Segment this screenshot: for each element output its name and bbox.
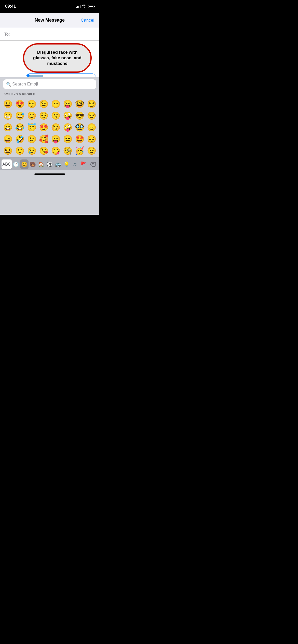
emoji-cell[interactable]: 🤪 [62, 110, 73, 121]
emoji-cell[interactable]: 😎 [74, 110, 85, 121]
food-icon[interactable]: 🏠 [37, 159, 45, 169]
abc-button[interactable]: ABC [2, 159, 12, 169]
emoji-cell[interactable]: 😛 [50, 133, 61, 144]
emoji-cell[interactable]: 😑 [62, 133, 73, 144]
emoji-search-input-container[interactable]: 🔍 Search Emoji [3, 79, 96, 89]
emoji-cell[interactable]: 😏 [86, 98, 97, 109]
delete-button[interactable] [88, 159, 98, 169]
flags-icon[interactable]: 🚩 [79, 159, 88, 169]
emoji-cell[interactable]: 😟 [86, 145, 97, 156]
emoji-cell[interactable]: 😊 [26, 110, 37, 121]
emoji-cell[interactable]: 😋 [50, 145, 61, 156]
emoji-cell[interactable]: 😞 [86, 122, 97, 133]
status-bar: 09:41 [0, 0, 99, 13]
emoji-icon[interactable]: 😊 [20, 159, 29, 169]
emoji-cell[interactable]: 😍 [38, 122, 49, 133]
cancel-button[interactable]: Cancel [81, 18, 94, 23]
emoji-cell[interactable]: 😢 [26, 145, 37, 156]
emoji-cell[interactable]: 🧐 [62, 145, 73, 156]
emoji-cell[interactable]: 🥰 [38, 133, 49, 144]
emoji-cell[interactable]: 😂 [14, 122, 25, 133]
speech-bubble: Disguised face with glasses, fake nose, … [23, 43, 92, 73]
emoji-cell[interactable]: 😌 [38, 110, 49, 121]
emoji-category-label: SMILEYS & PEOPLE [0, 91, 99, 97]
speech-bubble-container: Disguised face with glasses, fake nose, … [23, 43, 92, 73]
emoji-cell[interactable]: 😘 [38, 145, 49, 156]
status-time: 09:41 [5, 4, 16, 9]
resize-handle-top[interactable] [26, 74, 30, 77]
emoji-cell[interactable]: 😆 [2, 145, 13, 156]
emoji-cell[interactable]: 🤩 [74, 133, 85, 144]
emoji-cell[interactable]: 😶 [50, 98, 61, 109]
emoji-cell[interactable]: 😉 [38, 98, 49, 109]
emoji-search-area: 🔍 Search Emoji [0, 77, 99, 91]
battery-icon [88, 5, 94, 8]
emoji-cell[interactable]: 🤓 [74, 98, 85, 109]
emoji-cell[interactable]: 🤪 [62, 122, 73, 133]
app-screen: 09:41 New Message Cancel To: [0, 0, 99, 215]
emoji-cell[interactable]: 🥳 [74, 145, 85, 156]
emoji-grid: 😀😍😌😉😶😝🤓😏😁😅😊😌😗🤪😎😒😄😂😇😍😚🤪🥸😞😄🤣🙂🥰😛😑🤩😔😆🙂😢😘😋🧐🥳😟 [0, 97, 99, 157]
to-label: To: [4, 32, 10, 37]
page-title: New Message [35, 18, 65, 23]
signal-icon [76, 5, 80, 8]
animals-icon[interactable]: 🐻 [29, 159, 37, 169]
activities-icon[interactable]: ⚽ [45, 159, 54, 169]
emoji-cell[interactable]: 🙂 [26, 133, 37, 144]
emoji-cell[interactable]: 😌 [26, 98, 37, 109]
search-icon: 🔍 [6, 82, 11, 87]
home-bar [34, 173, 65, 175]
emoji-cell[interactable]: 😒 [86, 110, 97, 121]
to-field[interactable]: To: [0, 28, 99, 41]
symbols-icon[interactable]: 🎵 [71, 159, 79, 169]
home-indicator [0, 170, 99, 178]
emoji-cell[interactable]: 🙂 [14, 145, 25, 156]
emoji-cell[interactable]: 😄 [2, 122, 13, 133]
objects-icon[interactable]: 💡 [62, 159, 71, 169]
emoji-cell[interactable]: 😗 [50, 110, 61, 121]
keyboard-bottom-bar: ABC 🕐 😊 🐻 🏠 ⚽ 🚌 💡 🎵 🚩 [0, 157, 99, 170]
emoji-cell[interactable]: 😁 [2, 110, 13, 121]
speech-bubble-text: Disguised face with glasses, fake nose, … [33, 50, 82, 66]
wifi-icon [82, 4, 86, 8]
travel-icon[interactable]: 🚌 [54, 159, 62, 169]
emoji-cell[interactable]: 😍 [14, 98, 25, 109]
emoji-cell[interactable]: 🤣 [14, 133, 25, 144]
emoji-cell[interactable]: 😅 [14, 110, 25, 121]
search-placeholder: Search Emoji [12, 82, 38, 87]
emoji-cell[interactable]: 😀 [2, 98, 13, 109]
emoji-cell[interactable]: 😚 [50, 122, 61, 133]
emoji-keyboard: 🔍 Search Emoji SMILEYS & PEOPLE 😀😍😌😉😶😝🤓😏… [0, 77, 99, 215]
emoji-cell[interactable]: 😇 [26, 122, 37, 133]
emoji-cell[interactable]: 😄 [2, 133, 13, 144]
emoji-cell[interactable]: 😔 [86, 133, 97, 144]
emoji-cell[interactable]: 😝 [62, 98, 73, 109]
emoji-cell[interactable]: 🥸 [74, 122, 85, 133]
recent-icon[interactable]: 🕐 [12, 159, 20, 169]
nav-header: New Message Cancel [0, 13, 99, 28]
status-icons [76, 4, 94, 8]
